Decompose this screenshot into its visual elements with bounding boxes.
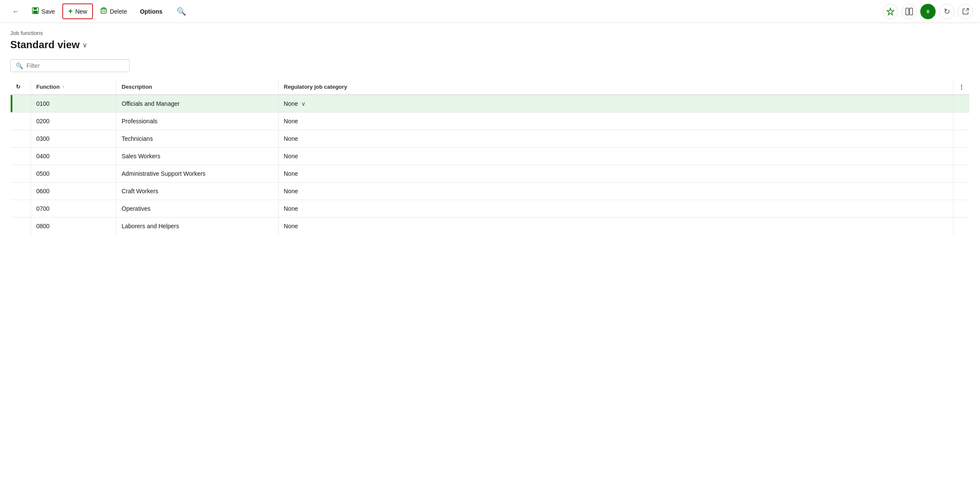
table-row[interactable]: 0300TechniciansNone (11, 130, 970, 148)
save-button[interactable]: Save (26, 4, 61, 19)
td-function: 0200 (31, 113, 116, 130)
table-row[interactable]: 0600Craft WorkersNone (11, 183, 970, 200)
td-description: Sales Workers (116, 148, 279, 165)
td-description: Officials and Manager (116, 95, 279, 113)
back-button[interactable]: ← (7, 5, 25, 18)
options-label: Options (140, 8, 163, 15)
td-description: Technicians (116, 130, 279, 148)
delete-label: Delete (110, 8, 127, 15)
svg-rect-5 (102, 8, 105, 9)
new-label: New (75, 8, 87, 15)
sort-icon: ↑ (62, 84, 64, 89)
table-row[interactable]: 0700OperativesNone (11, 200, 970, 218)
td-dots (954, 183, 970, 200)
table-row[interactable]: 0400Sales WorkersNone (11, 148, 970, 165)
td-function: 0700 (31, 200, 116, 218)
table-header-row: ↻ Function ↑ Description Regulatory job … (11, 79, 970, 95)
td-dots (954, 130, 970, 148)
page-title-row: Standard view ∨ (10, 39, 970, 51)
data-table: ↻ Function ↑ Description Regulatory job … (10, 79, 970, 235)
td-refresh-cell (11, 183, 31, 200)
table-row[interactable]: 0800Laborers and HelpersNone (11, 218, 970, 235)
search-icon[interactable]: 🔍 (173, 5, 189, 18)
td-refresh-cell (11, 200, 31, 218)
th-function-label: Function (36, 84, 60, 90)
svg-line-11 (966, 9, 968, 11)
delete-button[interactable]: Delete (95, 4, 132, 19)
filter-input[interactable] (26, 62, 124, 69)
toolbar: ← Save + New (0, 0, 980, 23)
td-function: 0800 (31, 218, 116, 235)
save-icon (32, 7, 39, 16)
td-function: 0100 (31, 95, 116, 113)
dropdown-chevron-icon[interactable]: ∨ (301, 100, 305, 107)
back-icon: ← (12, 8, 19, 15)
th-regulatory[interactable]: Regulatory job category (279, 79, 954, 95)
th-description[interactable]: Description (116, 79, 279, 95)
td-regulatory: None (279, 165, 954, 183)
td-dots (954, 165, 970, 183)
svg-rect-1 (34, 8, 37, 10)
td-refresh-cell (11, 148, 31, 165)
td-description: Professionals (116, 113, 279, 130)
delete-icon (100, 7, 107, 16)
refresh-button[interactable]: ↻ (939, 4, 954, 19)
options-button[interactable]: Options (134, 5, 168, 18)
new-button[interactable]: + New (62, 3, 93, 19)
table-body: 0100Officials and ManagerNone∨0200Profes… (11, 95, 970, 235)
td-regulatory-value: None (284, 100, 298, 107)
toolbar-right: 0 ↻ (883, 4, 973, 19)
td-description: Craft Workers (116, 183, 279, 200)
td-regulatory[interactable]: None∨ (279, 95, 954, 113)
td-regulatory: None (279, 200, 954, 218)
th-function[interactable]: Function ↑ (31, 79, 116, 95)
td-dots (954, 113, 970, 130)
svg-marker-8 (887, 8, 894, 15)
notification-button[interactable]: 0 (920, 4, 936, 19)
td-refresh-cell (11, 165, 31, 183)
td-function: 0600 (31, 183, 116, 200)
td-regulatory: None (279, 183, 954, 200)
td-function: 0500 (31, 165, 116, 183)
td-refresh-cell (11, 130, 31, 148)
td-regulatory: None (279, 148, 954, 165)
th-dots[interactable]: ⋮ (954, 79, 970, 95)
table-row[interactable]: 0100Officials and ManagerNone∨ (11, 95, 970, 113)
th-refresh[interactable]: ↻ (11, 79, 31, 95)
column-options-icon: ⋮ (959, 84, 964, 90)
plus-icon: + (68, 7, 73, 16)
notification-count: 0 (927, 9, 929, 14)
td-dots (954, 95, 970, 113)
refresh-icon: ↻ (16, 84, 20, 90)
compare-button[interactable] (901, 4, 917, 19)
app-container: ← Save + New (0, 0, 980, 491)
page-content: Job functions Standard view ∨ 🔍 ↻ (0, 23, 980, 491)
table-row[interactable]: 0500Administrative Support WorkersNone (11, 165, 970, 183)
copilot-button[interactable] (883, 4, 898, 19)
breadcrumb: Job functions (10, 30, 970, 36)
td-description: Administrative Support Workers (116, 165, 279, 183)
td-function: 0400 (31, 148, 116, 165)
svg-rect-3 (101, 9, 106, 13)
external-link-button[interactable] (958, 4, 973, 19)
page-title-chevron-icon[interactable]: ∨ (82, 41, 87, 49)
td-regulatory: None (279, 113, 954, 130)
td-refresh-cell (11, 113, 31, 130)
td-refresh-cell (11, 218, 31, 235)
td-dots (954, 218, 970, 235)
td-refresh-cell (11, 95, 31, 113)
svg-rect-9 (906, 8, 909, 15)
page-title: Standard view (10, 39, 80, 51)
filter-input-wrap: 🔍 (10, 59, 130, 72)
svg-rect-10 (910, 8, 913, 15)
th-regulatory-label: Regulatory job category (284, 84, 347, 90)
td-description: Operatives (116, 200, 279, 218)
td-dots (954, 200, 970, 218)
table-row[interactable]: 0200ProfessionalsNone (11, 113, 970, 130)
filter-row: 🔍 (10, 59, 970, 72)
td-function: 0300 (31, 130, 116, 148)
save-label: Save (41, 8, 55, 15)
td-regulatory: None (279, 130, 954, 148)
svg-rect-2 (33, 11, 38, 13)
td-regulatory: None (279, 218, 954, 235)
